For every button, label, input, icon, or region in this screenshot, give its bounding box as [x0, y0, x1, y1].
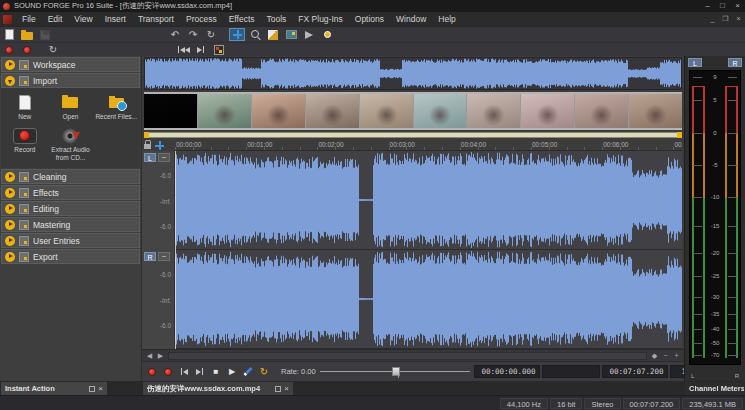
zoom-in-button[interactable]: +: [671, 350, 682, 361]
position-display[interactable]: 00:00:00.000: [474, 365, 540, 378]
touch-tool-button[interactable]: [319, 28, 335, 41]
channel-meters-tab[interactable]: Channel Meters: [685, 382, 744, 395]
record-action-button[interactable]: Record: [3, 125, 47, 163]
sidebar-section-import[interactable]: Import: [1, 73, 140, 88]
menu-edit[interactable]: Edit: [42, 12, 69, 26]
sidebar-section-user-entries[interactable]: User Entries: [1, 233, 140, 248]
video-thumbnail[interactable]: [575, 94, 628, 128]
video-thumbnail[interactable]: [629, 94, 682, 128]
instant-action-tab[interactable]: Instant Action ×: [1, 382, 107, 395]
sidebar-section-workspace[interactable]: Workspace: [1, 57, 140, 72]
scroll-left-button[interactable]: ◀: [144, 350, 155, 361]
fade-tool-button[interactable]: [301, 28, 317, 41]
video-thumbnail[interactable]: [144, 94, 197, 128]
menu-view[interactable]: View: [68, 12, 98, 26]
go-to-start-button[interactable]: [175, 43, 191, 56]
float-window-icon[interactable]: [275, 386, 281, 392]
menu-effects[interactable]: Effects: [223, 12, 261, 26]
menu-transport[interactable]: Transport: [132, 12, 180, 26]
sidebar-section-effects[interactable]: Effects: [1, 185, 140, 200]
redo-button[interactable]: ↷: [185, 28, 201, 41]
video-thumbnail[interactable]: [414, 94, 467, 128]
lock-icon[interactable]: [144, 144, 151, 149]
menu-window[interactable]: Window: [390, 12, 432, 26]
video-thumbnail-strip[interactable]: [144, 92, 682, 130]
sidebar-section-cleaning[interactable]: Cleaning: [1, 169, 140, 184]
next-button[interactable]: [193, 365, 207, 378]
new-file-button[interactable]: [1, 28, 17, 41]
menu-process[interactable]: Process: [180, 12, 223, 26]
recent-files-button[interactable]: Recent Files...: [94, 92, 138, 122]
open-action-button[interactable]: Open: [49, 92, 93, 122]
undo-button[interactable]: ↶: [167, 28, 183, 41]
previous-button[interactable]: [177, 365, 191, 378]
document-tab[interactable]: 伤速的安详www.ssdax.com.mp4 ×: [143, 382, 293, 395]
doc-minimize-button[interactable]: _: [706, 12, 719, 26]
zoom-selection-button[interactable]: ◆: [649, 350, 660, 361]
audio-overview-strip[interactable]: [144, 57, 682, 90]
meter-left-button[interactable]: L: [688, 58, 702, 67]
video-thumbnail[interactable]: [198, 94, 251, 128]
doc-close-button[interactable]: ×: [732, 12, 745, 26]
sidebar-section-mastering[interactable]: Mastering: [1, 217, 140, 232]
zoom-out-button[interactable]: −: [660, 350, 671, 361]
menu-file[interactable]: File: [16, 12, 42, 26]
video-thumbnail[interactable]: [252, 94, 305, 128]
left-waveform[interactable]: [175, 151, 682, 250]
playhead-cursor[interactable]: [175, 151, 176, 250]
close-icon[interactable]: ×: [284, 384, 289, 393]
menu-help[interactable]: Help: [432, 12, 461, 26]
total-length-display[interactable]: 00:07:07.200: [602, 365, 668, 378]
magnify-tool-button[interactable]: [247, 28, 263, 41]
loop-playback-button[interactable]: ↻: [257, 365, 271, 378]
repeat-button[interactable]: ↻: [203, 28, 219, 41]
close-icon[interactable]: ×: [98, 384, 103, 393]
time-ruler[interactable]: 00:00:00 00:01:00 00:02:00 00:03:00 00:0…: [175, 139, 682, 151]
record-button[interactable]: [161, 365, 175, 378]
menu-tools[interactable]: Tools: [261, 12, 293, 26]
video-thumbnail[interactable]: [467, 94, 520, 128]
video-thumbnail[interactable]: [360, 94, 413, 128]
edit-tool-button[interactable]: [265, 28, 281, 41]
scrollbar-track[interactable]: [168, 352, 647, 360]
extract-audio-button[interactable]: Extract Audio from CD...: [49, 125, 93, 163]
new-action-button[interactable]: New: [3, 92, 47, 122]
menu-insert[interactable]: Insert: [99, 12, 132, 26]
overview-waveform[interactable]: [145, 58, 681, 89]
menu-options[interactable]: Options: [349, 12, 390, 26]
collapse-channel-button[interactable]: −: [158, 153, 170, 162]
record-remote-button[interactable]: [1, 43, 17, 56]
close-button[interactable]: ×: [730, 0, 745, 12]
video-thumbnail[interactable]: [306, 94, 359, 128]
sidebar-section-export[interactable]: Export: [1, 249, 140, 264]
open-file-button[interactable]: [19, 28, 35, 41]
scroll-right-button[interactable]: ▶: [155, 350, 166, 361]
horizontal-scrollbar[interactable]: ◀ ▶ ◆ − +: [142, 349, 684, 361]
play-button[interactable]: ▶: [225, 365, 239, 378]
loop-region-bar[interactable]: [144, 132, 682, 138]
record-button-toolbar[interactable]: [19, 43, 35, 56]
video-thumbnail[interactable]: [521, 94, 574, 128]
right-channel-button[interactable]: R: [144, 252, 156, 261]
collapse-channel-button[interactable]: −: [158, 252, 170, 261]
float-window-icon[interactable]: [89, 386, 95, 392]
record-remote-button[interactable]: [145, 365, 159, 378]
selection-display[interactable]: [542, 365, 600, 378]
meter-right-button[interactable]: R: [728, 58, 742, 67]
stop-button[interactable]: ■: [209, 365, 223, 378]
playhead-cursor[interactable]: [175, 250, 176, 349]
event-tool-button[interactable]: [283, 28, 299, 41]
marker-tool-button[interactable]: [241, 365, 255, 378]
doc-restore-button[interactable]: ❐: [719, 12, 732, 26]
pan-icon[interactable]: [155, 141, 164, 150]
snap-button[interactable]: [211, 43, 227, 56]
go-to-end-button[interactable]: [193, 43, 209, 56]
save-button[interactable]: [37, 28, 53, 41]
navigate-tool-button[interactable]: [229, 28, 245, 41]
minimize-button[interactable]: –: [700, 0, 715, 12]
sidebar-section-editing[interactable]: Editing: [1, 201, 140, 216]
loop-playback-button[interactable]: ↻: [45, 43, 61, 56]
rate-slider[interactable]: [320, 365, 470, 378]
maximize-button[interactable]: □: [715, 0, 730, 12]
left-channel-button[interactable]: L: [144, 153, 156, 162]
